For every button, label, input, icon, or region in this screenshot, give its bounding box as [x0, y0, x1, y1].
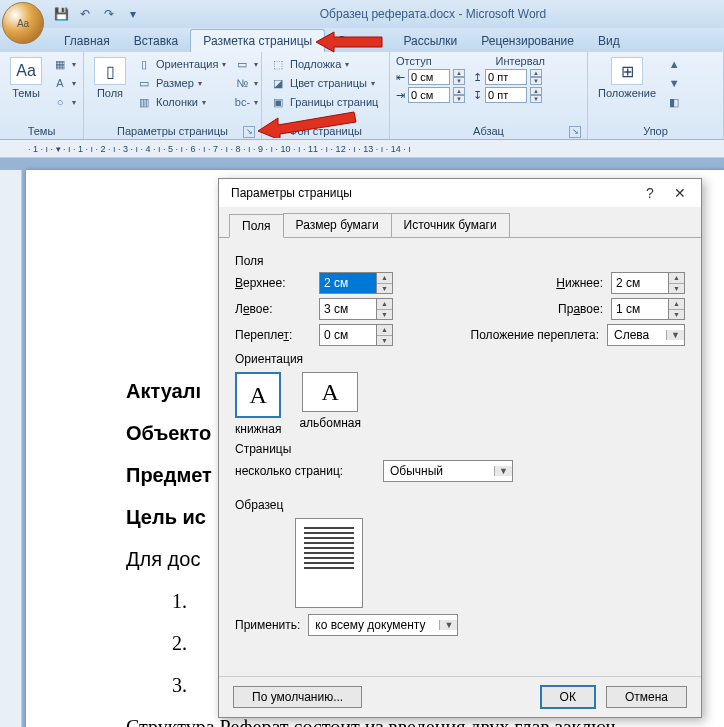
left-margin-input[interactable] [320, 299, 376, 319]
indent-left-input[interactable] [408, 69, 450, 85]
save-icon[interactable]: 💾 [52, 5, 70, 23]
page-color-label: Цвет страницы [290, 77, 367, 89]
gutter-field[interactable]: ▲▼ [319, 324, 393, 346]
spinner-buttons[interactable]: ▲▼ [530, 87, 542, 103]
apply-to-label: Применить: [235, 618, 300, 632]
font-icon: A [52, 75, 68, 91]
indent-left-field[interactable]: ⇤▲▼ [396, 69, 465, 85]
orientation-landscape[interactable]: A альбомная [299, 372, 361, 436]
spacing-after-field[interactable]: ↧▲▼ [473, 87, 542, 103]
section-orientation-label: Ориентация [235, 352, 685, 366]
tab-page-layout[interactable]: Разметка страницы [190, 29, 325, 52]
gutter-label: Переплет: [235, 328, 311, 342]
themes-label: Темы [12, 87, 40, 99]
cancel-button[interactable]: Отмена [606, 686, 687, 708]
send-back-button[interactable]: ▼ [664, 74, 684, 92]
horizontal-ruler[interactable]: · 1 · ı · ▾ · ı · 1 · ı · 2 · ı · 3 · ı … [0, 140, 724, 158]
bring-front-button[interactable]: ▲ [664, 55, 684, 73]
right-margin-input[interactable] [612, 299, 668, 319]
gutter-input[interactable] [320, 325, 376, 345]
bottom-margin-input[interactable] [612, 273, 668, 293]
svg-marker-1 [258, 112, 356, 138]
line-numbers-button[interactable]: №▾ [232, 74, 260, 92]
spinner-buttons[interactable]: ▲▼ [668, 273, 684, 293]
page-preview [295, 518, 363, 608]
top-margin-input[interactable] [320, 273, 376, 293]
right-margin-field[interactable]: ▲▼ [611, 298, 685, 320]
undo-icon[interactable]: ↶ [76, 5, 94, 23]
spacing-after-icon: ↧ [473, 89, 482, 102]
position-button[interactable]: ⊞ Положение [594, 55, 660, 101]
spinner-buttons[interactable]: ▲▼ [530, 69, 542, 85]
margins-icon: ▯ [94, 57, 126, 85]
spacing-before-field[interactable]: ↥▲▼ [473, 69, 542, 85]
ok-button[interactable]: ОК [540, 685, 596, 709]
theme-colors-button[interactable]: ▦▾ [50, 55, 78, 73]
spinner-buttons[interactable]: ▲▼ [668, 299, 684, 319]
spinner-buttons[interactable]: ▲▼ [453, 69, 465, 85]
watermark-button[interactable]: ⬚Подложка ▾ [268, 55, 380, 73]
orientation-portrait[interactable]: A книжная [235, 372, 281, 436]
group-label-themes: Темы [6, 124, 77, 139]
size-button[interactable]: ▭Размер ▾ [134, 74, 228, 92]
watermark-icon: ⬚ [270, 56, 286, 72]
vertical-ruler[interactable] [0, 170, 22, 727]
dialog-titlebar: Параметры страницы ? ✕ [219, 179, 701, 207]
qat-customize-icon[interactable]: ▾ [124, 5, 142, 23]
tab-home[interactable]: Главная [52, 30, 122, 52]
themes-button[interactable]: Aa Темы [6, 55, 46, 101]
page-color-button[interactable]: ◪Цвет страницы ▾ [268, 74, 380, 92]
tab-insert[interactable]: Вставка [122, 30, 191, 52]
send-back-icon: ▼ [666, 75, 682, 91]
default-button[interactable]: По умолчанию... [233, 686, 362, 708]
dialog-help-button[interactable]: ? [635, 182, 665, 204]
spinner-buttons[interactable]: ▲▼ [376, 325, 392, 345]
dialog-tab-fields[interactable]: Поля [229, 214, 284, 238]
spinner-buttons[interactable]: ▲▼ [453, 87, 465, 103]
spacing-after-input[interactable] [485, 87, 527, 103]
dialog-title: Параметры страницы [231, 186, 635, 200]
top-margin-field[interactable]: ▲▼ [319, 272, 393, 294]
office-button[interactable]: Aa [2, 2, 44, 44]
redo-icon[interactable]: ↷ [100, 5, 118, 23]
gutter-position-select[interactable]: Слева▼ [607, 324, 685, 346]
spacing-before-input[interactable] [485, 69, 527, 85]
spacing-heading: Интервал [496, 55, 545, 67]
hyphenation-icon: bc- [234, 94, 250, 110]
hyphenation-button[interactable]: bc-▾ [232, 93, 260, 111]
indent-right-field[interactable]: ⇥▲▼ [396, 87, 465, 103]
margins-button[interactable]: ▯ Поля [90, 55, 130, 101]
dialog-tabs: Поля Размер бумаги Источник бумаги [219, 207, 701, 238]
size-icon: ▭ [136, 75, 152, 91]
dialog-tab-source[interactable]: Источник бумаги [391, 213, 510, 237]
bottom-margin-field[interactable]: ▲▼ [611, 272, 685, 294]
watermark-label: Подложка [290, 58, 341, 70]
tab-mailings[interactable]: Рассылки [391, 30, 469, 52]
orientation-label: Ориентация [156, 58, 218, 70]
apply-to-select[interactable]: ко всему документу▼ [308, 614, 458, 636]
size-label: Размер [156, 77, 194, 89]
group-label-paragraph: Абзац↘ [396, 124, 581, 139]
dialog-tab-paper[interactable]: Размер бумаги [283, 213, 392, 237]
tab-review[interactable]: Рецензирование [469, 30, 586, 52]
left-margin-field[interactable]: ▲▼ [319, 298, 393, 320]
group-label-arrange: Упор [594, 124, 717, 139]
breaks-button[interactable]: ▭▾ [232, 55, 260, 73]
columns-button[interactable]: ▥Колонки ▾ [134, 93, 228, 111]
paragraph-dialog-launcher[interactable]: ↘ [569, 126, 581, 138]
dialog-close-button[interactable]: ✕ [665, 182, 695, 204]
page-setup-dialog-launcher[interactable]: ↘ [243, 126, 255, 138]
position-label: Положение [598, 87, 656, 99]
text-wrap-button[interactable]: ◧ [664, 93, 684, 111]
tab-view[interactable]: Вид [586, 30, 632, 52]
multipage-select[interactable]: Обычный▼ [383, 460, 513, 482]
indent-right-input[interactable] [408, 87, 450, 103]
spinner-buttons[interactable]: ▲▼ [376, 299, 392, 319]
orientation-button[interactable]: ▯Ориентация ▾ [134, 55, 228, 73]
indent-heading: Отступ [396, 55, 432, 67]
page-setup-dialog: Параметры страницы ? ✕ Поля Размер бумаг… [218, 178, 702, 718]
theme-effects-button[interactable]: ○▾ [50, 93, 78, 111]
spinner-buttons[interactable]: ▲▼ [376, 273, 392, 293]
theme-fonts-button[interactable]: A▾ [50, 74, 78, 92]
gutter-position-value: Слева [608, 328, 666, 342]
